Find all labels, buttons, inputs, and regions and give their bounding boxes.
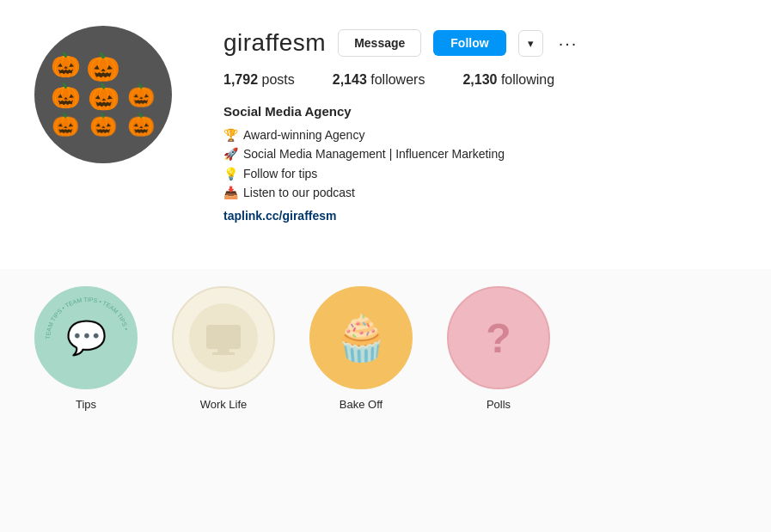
story-circle-tips: TEAM TIPS • TEAM TIPS • TEAM TIPS • 💬 [34,286,138,389]
pumpkin-5: 🎃 [86,84,120,110]
follow-button[interactable]: Follow [433,30,505,56]
story-label-tips: Tips [76,398,96,411]
followers-count: 2,143 [333,72,367,87]
pumpkin-6: 🎃 [124,84,158,110]
pumpkin-2: 🎃 [86,53,120,81]
follow-dropdown-button[interactable]: ▾ [518,30,543,57]
bakeoff-icon: 🧁 [333,312,389,364]
bio-text-3: Follow for tips [243,164,317,183]
svg-rect-3 [212,352,235,355]
story-tips[interactable]: TEAM TIPS • TEAM TIPS • TEAM TIPS • 💬 Ti… [34,286,138,411]
username-row: giraffesm Message Follow ▾ ··· [223,29,737,57]
story-circle-polls: ? [447,286,550,389]
pumpkin-7: 🎃 [48,113,83,136]
tips-icon: 💬 [66,319,107,357]
following-count: 2,130 [462,72,497,87]
posts-stat[interactable]: 1,792 posts [223,72,295,88]
bio-text-2: Social Media Management | Influencer Mar… [243,144,505,163]
bio-name: Social Media Agency [223,101,737,122]
pumpkin-3 [124,53,158,81]
bio-line-3: 💡 Follow for tips [223,164,737,183]
worklife-svg-icon [202,316,245,359]
posts-label: posts [262,72,295,87]
inbox-icon: 📥 [223,183,238,202]
rocket-icon: 🚀 [223,144,238,163]
worklife-icon [189,303,258,372]
story-polls[interactable]: ? Polls [447,286,550,411]
stats-row: 1,792 posts 2,143 followers 2,130 follow… [223,72,737,88]
following-label: following [501,72,554,87]
avatar: 🎃 🎃 🎃 🎃 🎃 🎃 🎃 🎃 [34,26,172,163]
svg-rect-1 [206,325,241,349]
bio-line-4: 📥 Listen to our podcast [223,183,737,202]
stories-row: TEAM TIPS • TEAM TIPS • TEAM TIPS • 💬 Ti… [34,286,737,411]
bio-line-2: 🚀 Social Media Management | Influencer M… [223,144,737,163]
stories-section: TEAM TIPS • TEAM TIPS • TEAM TIPS • 💬 Ti… [0,269,771,428]
username: giraffesm [223,29,326,57]
pumpkin-9: 🎃 [124,113,158,136]
svg-rect-2 [217,349,229,352]
bio-text-4: Listen to our podcast [243,183,355,202]
message-button[interactable]: Message [338,29,421,57]
polls-icon: ? [486,315,511,362]
story-bakeoff[interactable]: 🧁 Bake Off [309,286,413,411]
followers-label: followers [370,72,425,87]
followers-stat[interactable]: 2,143 followers [333,72,425,88]
bio-line-1: 🏆 Award-winning Agency [223,125,737,144]
story-label-bakeoff: Bake Off [340,398,382,411]
story-label-worklife: Work Life [200,398,248,411]
pumpkin-4: 🎃 [48,84,83,110]
pumpkin-8: 🎃 [86,113,120,136]
award-icon: 🏆 [223,125,238,144]
profile-info: giraffesm Message Follow ▾ ··· 1,792 pos… [223,26,737,226]
story-circle-worklife [172,286,275,389]
story-worklife[interactable]: Work Life [172,286,275,411]
bio-section: Social Media Agency 🏆 Award-winning Agen… [223,101,737,226]
more-options-button[interactable]: ··· [555,34,582,53]
bulb-icon: 💡 [223,164,238,183]
pumpkin-1: 🎃 [48,53,83,81]
bio-text-1: Award-winning Agency [243,125,364,144]
following-stat[interactable]: 2,130 following [462,72,554,88]
posts-count: 1,792 [223,72,258,87]
bio-link[interactable]: taplink.cc/giraffesm [223,209,337,223]
story-circle-bakeoff: 🧁 [309,286,413,389]
story-label-polls: Polls [486,398,511,411]
